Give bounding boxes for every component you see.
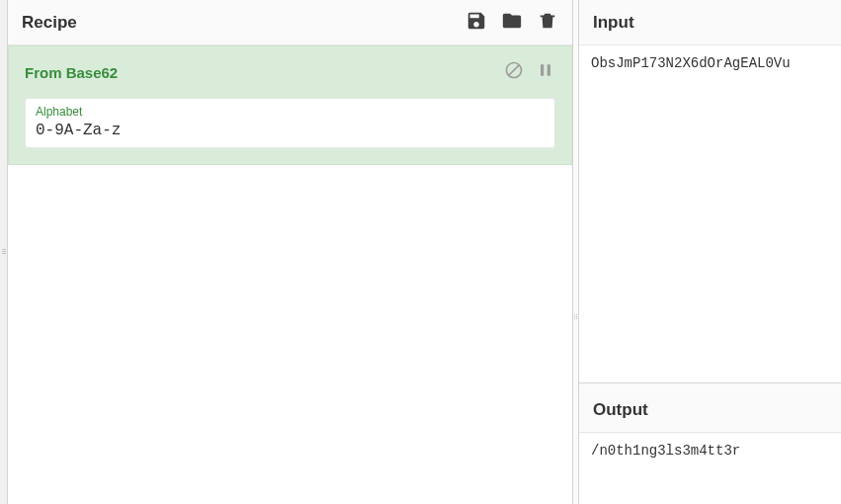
operation-header: From Base62 [25, 60, 555, 84]
recipe-body[interactable]: From Base62 Alphabet [8, 45, 572, 504]
recipe-title: Recipe [22, 13, 465, 33]
output-text[interactable]: /n0th1ng3ls3m4tt3r [579, 433, 841, 504]
recipe-panel: Recipe From Base62 [8, 0, 573, 504]
disable-icon[interactable] [504, 60, 524, 84]
drag-handle-icon: ········· [2, 249, 6, 255]
app-root: ········· Recipe From Base62 [0, 0, 841, 504]
right-column: Input Output /n0th1ng3ls3m4tt3r [579, 0, 841, 504]
operation-name: From Base62 [25, 64, 504, 81]
operation-arg-alphabet[interactable]: Alphabet [25, 98, 555, 148]
input-textarea[interactable] [579, 45, 841, 382]
recipe-header: Recipe [8, 0, 572, 45]
trash-icon[interactable] [537, 10, 558, 36]
vertical-splitter[interactable]: ······ [573, 0, 579, 504]
arg-value-input[interactable] [36, 122, 545, 139]
pause-icon[interactable] [536, 60, 555, 84]
output-title: Output [579, 387, 841, 433]
output-panel: Output /n0th1ng3ls3m4tt3r [579, 387, 841, 504]
drag-handle-icon: ······ [573, 314, 577, 320]
folder-icon[interactable] [501, 10, 523, 36]
left-gutter[interactable]: ········· [0, 0, 8, 504]
input-title: Input [579, 0, 841, 45]
recipe-header-icons [465, 10, 558, 36]
input-panel: Input [579, 0, 841, 382]
operation-from-base62[interactable]: From Base62 Alphabet [8, 45, 572, 165]
save-icon[interactable] [465, 10, 487, 36]
arg-label: Alphabet [36, 105, 545, 119]
operation-controls [504, 60, 555, 84]
